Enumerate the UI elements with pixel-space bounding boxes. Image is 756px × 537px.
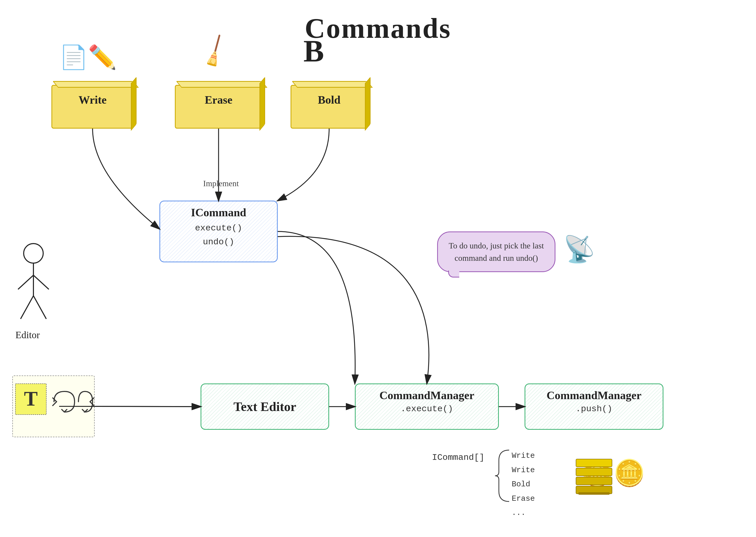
text-editor-label: Text Editor xyxy=(233,399,296,414)
write-label: Write xyxy=(52,86,133,106)
write-box: Write xyxy=(52,85,134,129)
icommand-title: ICommand xyxy=(160,201,277,221)
te-icon-area: T xyxy=(12,376,95,437)
erase-box: Erase xyxy=(175,85,262,129)
svg-rect-12 xyxy=(578,492,610,495)
svg-rect-9 xyxy=(576,477,612,485)
cloud-bubble: To do undo, just pick the last command a… xyxy=(437,231,555,272)
cmd-manager-execute-method: .execute() xyxy=(356,404,498,414)
cmd-manager-execute-box: CommandManager .execute() xyxy=(355,384,499,430)
svg-line-2 xyxy=(18,275,33,289)
icommand-undo: undo() xyxy=(160,235,277,249)
icommand-execute: execute() xyxy=(160,221,277,235)
svg-line-3 xyxy=(33,275,49,289)
cmd-manager-push-box: CommandManager .push() xyxy=(525,384,663,430)
coins-stack-icon xyxy=(574,450,615,502)
icommand-box: ICommand execute() undo() xyxy=(159,201,278,262)
cloud-text: To do undo, just pick the last command a… xyxy=(449,241,544,263)
svg-line-4 xyxy=(20,296,33,319)
cmd-manager-push-method: .push() xyxy=(525,404,663,414)
icommand-list: WriteWriteBoldErase... xyxy=(512,449,535,520)
cmd-manager-execute-title: CommandManager xyxy=(356,384,498,404)
icommand-arr-label: ICommand[] xyxy=(432,453,485,462)
editor-label: Editor xyxy=(16,329,40,341)
svg-text:T: T xyxy=(24,387,38,410)
cmd-manager-push-title: CommandManager xyxy=(525,384,663,404)
svg-line-5 xyxy=(33,296,46,319)
arrows-diagram xyxy=(0,0,756,537)
bold-label: Bold xyxy=(291,86,367,106)
erase-label: Erase xyxy=(176,86,261,106)
implement-label: Implement xyxy=(203,179,239,188)
bold-icon: B xyxy=(303,33,324,69)
page-title: Commands xyxy=(0,12,756,45)
svg-rect-11 xyxy=(576,459,612,467)
svg-rect-10 xyxy=(576,468,612,476)
stick-figure xyxy=(10,242,57,324)
icommand-list-brace xyxy=(494,447,514,504)
text-editor-box: Text Editor xyxy=(201,384,329,430)
document-icon: 📄✏️ xyxy=(59,44,117,71)
bold-box: Bold xyxy=(291,85,368,129)
satellite-icon: 📡 xyxy=(563,234,595,265)
svg-point-0 xyxy=(24,244,43,263)
